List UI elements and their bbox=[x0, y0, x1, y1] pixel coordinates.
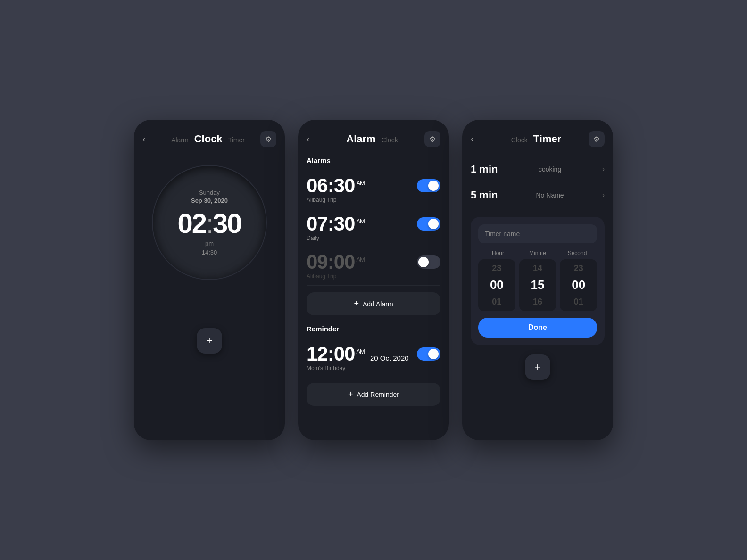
gear-icon-2: ⚙ bbox=[429, 135, 436, 144]
picker-header: Hour Minute Second bbox=[478, 250, 597, 256]
add-alarm-button[interactable]: + Add Alarm bbox=[307, 292, 440, 315]
alarm-toggle-2[interactable] bbox=[417, 217, 440, 231]
tab-timer-1[interactable]: Timer bbox=[228, 136, 245, 144]
timer-row-1[interactable]: 1 min cooking › bbox=[471, 156, 605, 182]
alarm-item-2: 07:30AM Daily bbox=[307, 209, 440, 247]
clock-day: Sunday bbox=[199, 189, 220, 196]
back-button-1[interactable]: ‹ bbox=[142, 134, 156, 144]
reminder-date-1: 20 Oct 2020 bbox=[370, 354, 409, 362]
gear-icon-1: ⚙ bbox=[265, 135, 272, 144]
picker-col-hour[interactable]: 23 00 01 bbox=[478, 259, 515, 311]
clock-date: Sep 30, 2020 bbox=[191, 197, 228, 204]
picker-label-minute: Minute bbox=[518, 250, 557, 256]
picker-col-minute[interactable]: 14 15 16 bbox=[519, 259, 556, 311]
add-alarm-label: Add Alarm bbox=[363, 300, 393, 308]
timer-name-input[interactable]: Timer name bbox=[478, 224, 597, 243]
alarm-label-3: Alibaug Trip bbox=[307, 273, 440, 280]
timer-screen: ‹ Clock Timer ⚙ 1 min cooking › 5 min No… bbox=[462, 120, 613, 440]
timer-row-2[interactable]: 5 min No Name › bbox=[471, 182, 605, 208]
alarm-label-1: Alibaug Trip bbox=[307, 197, 440, 203]
settings-button-1[interactable]: ⚙ bbox=[260, 131, 276, 147]
clock-circle: Sunday Sep 30, 2020 02:30 pm 14:30 bbox=[153, 166, 266, 279]
settings-button-2[interactable]: ⚙ bbox=[424, 131, 440, 147]
alarm-time-2: 07:30AM bbox=[307, 214, 365, 234]
reminder-time-value-1: 12:00AM bbox=[307, 344, 365, 364]
screens-container: ‹ Alarm Clock Timer ⚙ Sunday Sep 30, 202… bbox=[134, 120, 613, 440]
picker-hour-below: 01 bbox=[478, 295, 515, 309]
alarm-time-row-2: 07:30AM bbox=[307, 214, 440, 234]
alarm-time-row-1: 06:30AM bbox=[307, 176, 440, 196]
timer-duration-1: 1 min bbox=[471, 163, 498, 175]
alarm-ampm-2: AM bbox=[356, 218, 365, 225]
tab-clock-1[interactable]: Clock bbox=[194, 133, 223, 145]
tab-clock-3[interactable]: Clock bbox=[511, 136, 528, 144]
add-fab-3[interactable]: + bbox=[525, 354, 550, 380]
back-button-2[interactable]: ‹ bbox=[307, 134, 320, 144]
picker-label-hour: Hour bbox=[478, 250, 518, 256]
plus-icon-alarm: + bbox=[354, 299, 359, 309]
nav-tabs-1: Alarm Clock Timer bbox=[171, 133, 245, 145]
reminder-item-1: 12:00AM 20 Oct 2020 Mom's Birthday bbox=[307, 339, 440, 376]
picker-container: 23 00 01 14 15 16 23 00 01 bbox=[478, 259, 597, 311]
gear-icon-3: ⚙ bbox=[593, 135, 600, 144]
reminder-section: Reminder 12:00AM 20 Oct 2020 Mom's Birth… bbox=[307, 325, 440, 376]
timer-name-1: cooking bbox=[539, 165, 561, 173]
reminder-time-row-1: 12:00AM 20 Oct 2020 bbox=[307, 344, 440, 364]
clock-24h: 14:30 bbox=[202, 249, 217, 256]
reminder-ampm-1: AM bbox=[356, 348, 365, 355]
alarm-ampm-3: AM bbox=[356, 256, 365, 263]
add-reminder-label: Add Reminder bbox=[357, 391, 399, 398]
nav-header-2: ‹ Alarm Clock ⚙ bbox=[307, 129, 440, 149]
tab-alarm-2[interactable]: Alarm bbox=[346, 133, 375, 145]
alarm-item-3: 09:00AM Alibaug Trip bbox=[307, 247, 440, 286]
alarm-time-value-2: 07:30AM bbox=[307, 213, 365, 235]
tab-alarm-1[interactable]: Alarm bbox=[171, 136, 189, 144]
reminder-time-group: 12:00AM 20 Oct 2020 bbox=[307, 344, 409, 364]
add-reminder-button[interactable]: + Add Reminder bbox=[307, 383, 440, 406]
alarm-toggle-3[interactable] bbox=[417, 255, 440, 269]
alarm-time-3: 09:00AM bbox=[307, 252, 365, 272]
picker-label-second: Second bbox=[557, 250, 597, 256]
alarm-screen: ‹ Alarm Clock ⚙ Alarms 06:30AM Alibaug T… bbox=[298, 120, 449, 440]
settings-button-3[interactable]: ⚙ bbox=[589, 131, 605, 147]
nav-header-1: ‹ Alarm Clock Timer ⚙ bbox=[142, 129, 276, 149]
alarm-time-value-3: 09:00AM bbox=[307, 251, 365, 273]
alarm-time-row-3: 09:00AM bbox=[307, 252, 440, 272]
picker-minute-above: 14 bbox=[519, 262, 556, 275]
timer-list: 1 min cooking › 5 min No Name › bbox=[471, 156, 605, 208]
clock-hours: 02 bbox=[177, 208, 206, 239]
clock-time-display: 02:30 bbox=[177, 210, 241, 237]
alarm-toggle-1[interactable] bbox=[417, 179, 440, 192]
clock-period: pm bbox=[205, 240, 214, 247]
picker-minute-selected: 15 bbox=[519, 275, 556, 295]
picker-col-second[interactable]: 23 00 01 bbox=[560, 259, 597, 311]
alarm-label-2: Daily bbox=[307, 235, 440, 241]
alarm-time-value-1: 06:30AM bbox=[307, 174, 365, 197]
tab-clock-2[interactable]: Clock bbox=[382, 136, 398, 144]
picker-minute-below: 16 bbox=[519, 295, 556, 309]
picker-hour-above: 23 bbox=[478, 262, 515, 275]
add-fab-1[interactable]: + bbox=[197, 328, 222, 354]
alarm-item-1: 06:30AM Alibaug Trip bbox=[307, 171, 440, 209]
reminder-section-title: Reminder bbox=[307, 325, 440, 333]
clock-screen: ‹ Alarm Clock Timer ⚙ Sunday Sep 30, 202… bbox=[134, 120, 285, 440]
chevron-right-icon-1: › bbox=[602, 165, 605, 173]
alarm-ampm-1: AM bbox=[356, 180, 365, 187]
back-button-3[interactable]: ‹ bbox=[471, 134, 484, 144]
picker-second-above: 23 bbox=[560, 262, 597, 275]
alarms-section-title: Alarms bbox=[307, 156, 440, 165]
done-button[interactable]: Done bbox=[478, 318, 597, 338]
alarm-time-1: 06:30AM bbox=[307, 176, 365, 196]
reminder-toggle-1[interactable] bbox=[417, 347, 440, 361]
nav-tabs-2: Alarm Clock bbox=[346, 133, 398, 145]
timer-duration-2: 5 min bbox=[471, 189, 498, 201]
clock-minutes: 30 bbox=[213, 208, 241, 239]
picker-second-below: 01 bbox=[560, 295, 597, 309]
picker-second-selected: 00 bbox=[560, 275, 597, 295]
timer-modal: Timer name Hour Minute Second 23 00 01 1… bbox=[471, 217, 605, 345]
nav-tabs-3: Clock Timer bbox=[511, 133, 562, 145]
nav-header-3: ‹ Clock Timer ⚙ bbox=[471, 129, 605, 149]
timer-name-2: No Name bbox=[536, 191, 564, 199]
chevron-right-icon-2: › bbox=[602, 191, 605, 199]
tab-timer-3[interactable]: Timer bbox=[533, 133, 562, 145]
